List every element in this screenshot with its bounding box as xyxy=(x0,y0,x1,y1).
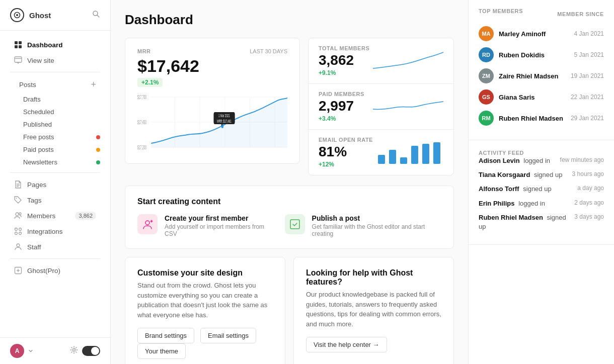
svg-text:$17,200: $17,200 xyxy=(137,145,146,150)
customize-card: Customise your site design Stand out fro… xyxy=(125,257,285,364)
activity-time-2: a day ago xyxy=(577,185,604,192)
activity-time-1: 3 hours ago xyxy=(572,170,604,177)
stat-total-members: TOTAL MEMBERS 3,862 +9.1% xyxy=(309,38,453,84)
mrr-label: MRR xyxy=(137,48,151,54)
activity-time-0: few minutes ago xyxy=(560,156,604,163)
sidebar-item-view-site[interactable]: View site xyxy=(4,53,106,68)
svg-point-21 xyxy=(15,228,18,231)
paid-members-label: PAID MEMBERS xyxy=(319,91,364,97)
svg-text:1 Mar 2021: 1 Mar 2021 xyxy=(218,113,230,118)
settings-button[interactable] xyxy=(70,346,78,356)
svg-rect-49 xyxy=(411,146,418,164)
member-since-4: 29 Jan 2021 xyxy=(571,115,604,122)
sidebar-header: Ghost xyxy=(0,0,110,31)
create-items: Create your first member Add yourself or… xyxy=(137,214,441,237)
sidebar-item-staff[interactable]: Staff xyxy=(4,239,106,254)
members-badge: 3,862 xyxy=(75,212,96,220)
visit-help-center-button[interactable]: Visit the help center → xyxy=(306,337,387,352)
brand-settings-button[interactable]: Brand settings xyxy=(137,328,194,343)
member-name-2: Zaire Rhiel Madsen xyxy=(499,72,571,80)
stat-email-open-rate: EMAIL OPEN RATE 81% +12% xyxy=(309,130,453,175)
sidebar-item-members[interactable]: Members 3,862 xyxy=(4,208,106,223)
member-row: MA Marley Aminoff 4 Jan 2021 xyxy=(479,26,604,41)
page-title: Dashboard xyxy=(125,12,454,28)
paid-members-change: +3.4% xyxy=(319,115,364,122)
svg-rect-7 xyxy=(19,45,22,48)
svg-point-1 xyxy=(16,14,18,16)
member-since-2: 19 Jan 2021 xyxy=(571,72,604,79)
mrr-chart: $17,700 $17,450 $17,200 xyxy=(137,93,287,153)
sidebar-nav: Dashboard View site Posts xyxy=(0,31,110,337)
svg-point-18 xyxy=(16,198,17,199)
create-member-item: Create your first member Add yourself or… xyxy=(137,214,273,237)
sidebar-item-tags[interactable]: Tags xyxy=(4,193,106,208)
sidebar-posts-header: Posts + xyxy=(4,76,106,93)
nav-sub-drafts[interactable]: Drafts xyxy=(23,93,110,106)
activity-feed-section: ACTIVITY FEED Adison Levin logged in few… xyxy=(469,140,614,245)
mrr-card: MRR LAST 30 DAYS $17,642 +2.1% $17,700 $… xyxy=(125,38,300,164)
main-content: Dashboard MRR LAST 30 DAYS $17,642 +2.1%… xyxy=(111,0,468,364)
app-name: Ghost xyxy=(29,11,51,20)
paid-members-value: 2,997 xyxy=(319,98,364,114)
activity-text-4: Ruben Rhiel Madsen signed up xyxy=(479,213,569,231)
create-member-title: Create your first member xyxy=(165,214,273,222)
user-avatar[interactable]: A xyxy=(10,344,24,358)
create-content-title: Start creating content xyxy=(137,197,441,206)
email-settings-button[interactable]: Email settings xyxy=(200,328,256,343)
member-avatar-1: RD xyxy=(479,47,494,62)
member-row: ZM Zaire Rhiel Madsen 19 Jan 2021 xyxy=(479,68,604,83)
svg-point-24 xyxy=(19,232,22,235)
paid-posts-dot xyxy=(96,148,100,152)
member-row: RD Ruben Dokidis 5 Jan 2021 xyxy=(479,47,604,62)
sidebar-item-ghost-pro[interactable]: Ghost(Pro) xyxy=(4,263,106,278)
activity-text-2: Alfonso Torff signed up xyxy=(479,185,552,194)
activity-text-0: Adison Levin logged in xyxy=(479,156,550,165)
member-since-0: 4 Jan 2021 xyxy=(574,30,604,37)
total-members-value: 3,862 xyxy=(319,52,369,68)
mrr-period: LAST 30 DAYS xyxy=(250,48,287,54)
sidebar-item-pages[interactable]: Pages xyxy=(4,177,106,192)
activity-time-3: 2 days ago xyxy=(574,199,604,206)
member-name-0: Marley Aminoff xyxy=(499,30,574,38)
member-avatar-0: MA xyxy=(479,26,494,41)
create-member-desc: Add yourself or import members from CSV xyxy=(165,223,273,237)
top-members-title: TOP MEMBERS xyxy=(479,8,523,14)
member-avatar-3: GS xyxy=(479,89,494,105)
nav-sub-free-posts[interactable]: Free posts xyxy=(23,131,110,143)
member-row: GS Giana Saris 22 Jan 2021 xyxy=(479,89,604,105)
search-button[interactable] xyxy=(92,10,100,20)
svg-text:$17,700: $17,700 xyxy=(137,95,146,100)
your-theme-button[interactable]: Your theme xyxy=(137,343,186,359)
create-post-title: Publish a post xyxy=(312,214,441,222)
activity-row-0: Adison Levin logged in few minutes ago xyxy=(479,156,604,165)
toggle-knob xyxy=(91,347,99,355)
member-row: RM Ruben Rhiel Madsen 29 Jan 2021 xyxy=(479,111,604,126)
nav-sub-published[interactable]: Published xyxy=(23,118,110,131)
newsletters-dot xyxy=(96,160,100,164)
svg-point-22 xyxy=(19,228,22,231)
nav-sub-scheduled[interactable]: Scheduled xyxy=(23,106,110,118)
member-name-4: Ruben Rhiel Madsen xyxy=(499,115,571,122)
sidebar-item-integrations[interactable]: Integrations xyxy=(4,224,106,239)
activity-text-3: Erin Philips logged in xyxy=(479,199,545,208)
mrr-change: +2.1% xyxy=(137,78,163,87)
nav-sub-newsletters[interactable]: Newsletters xyxy=(23,156,110,168)
svg-point-29 xyxy=(73,349,75,351)
member-since-label: MEMBER SINCE xyxy=(557,11,604,17)
sidebar: Ghost Dashboard xyxy=(0,0,111,364)
theme-toggle[interactable] xyxy=(82,346,100,356)
member-name-3: Giana Saris xyxy=(499,94,571,101)
svg-text:$17,450: $17,450 xyxy=(137,120,146,125)
svg-point-52 xyxy=(145,221,149,225)
sidebar-item-dashboard[interactable]: Dashboard xyxy=(4,37,106,52)
email-open-rate-label: EMAIL OPEN RATE xyxy=(319,137,373,143)
svg-point-19 xyxy=(16,213,19,216)
activity-row-4: Ruben Rhiel Madsen signed up 3 days ago xyxy=(479,213,604,231)
svg-rect-5 xyxy=(19,41,22,44)
add-post-button[interactable]: + xyxy=(91,80,96,89)
svg-rect-46 xyxy=(378,155,385,164)
nav-sub-paid-posts[interactable]: Paid posts xyxy=(23,143,110,156)
sidebar-item-posts[interactable]: Posts xyxy=(14,81,36,88)
customize-desc: Stand out from the crowd. Ghost lets you… xyxy=(137,281,273,320)
member-since-3: 22 Jan 2021 xyxy=(571,94,604,101)
